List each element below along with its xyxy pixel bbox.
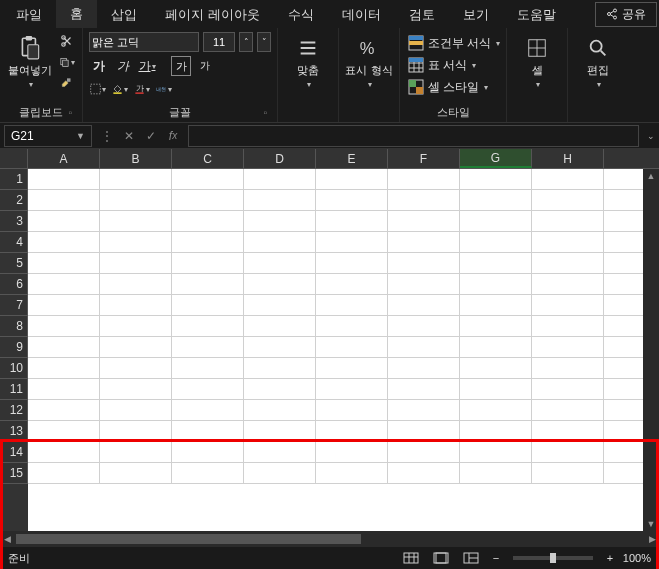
- tab-data[interactable]: 데이터: [328, 0, 395, 29]
- cancel-formula-button[interactable]: ✕: [118, 125, 140, 147]
- tab-formulas[interactable]: 수식: [274, 0, 328, 29]
- tab-home[interactable]: 홈: [56, 0, 97, 30]
- cell-G1[interactable]: [460, 169, 532, 190]
- cell-E10[interactable]: [316, 358, 388, 379]
- enter-formula-button[interactable]: ✓: [140, 125, 162, 147]
- paste-button[interactable]: 붙여넣기▾: [6, 32, 54, 90]
- cell-F11[interactable]: [388, 379, 460, 400]
- cell-G2[interactable]: [460, 190, 532, 211]
- cell-A2[interactable]: [28, 190, 100, 211]
- table-format-button[interactable]: 표 서식▾: [408, 54, 500, 76]
- name-box[interactable]: G21 ▼: [4, 125, 92, 147]
- cell-F14[interactable]: [388, 442, 460, 463]
- cell-H11[interactable]: [532, 379, 604, 400]
- cell-G7[interactable]: [460, 295, 532, 316]
- tab-insert[interactable]: 삽입: [97, 0, 151, 29]
- increase-font-button[interactable]: ˄: [239, 32, 253, 52]
- row-header-1[interactable]: 1: [0, 169, 28, 190]
- row-header-8[interactable]: 8: [0, 316, 28, 337]
- cell-D14[interactable]: [244, 442, 316, 463]
- tab-help[interactable]: 도움말: [503, 0, 570, 29]
- cell-style-button[interactable]: 셀 스타일▾: [408, 76, 500, 98]
- zoom-out-button[interactable]: −: [489, 552, 503, 564]
- cells-button[interactable]: 셀▾: [513, 32, 561, 90]
- column-header-F[interactable]: F: [388, 149, 460, 168]
- cell-G12[interactable]: [460, 400, 532, 421]
- cell-E12[interactable]: [316, 400, 388, 421]
- row-header-7[interactable]: 7: [0, 295, 28, 316]
- cell-D4[interactable]: [244, 232, 316, 253]
- tab-file[interactable]: 파일: [2, 0, 56, 29]
- shrink-font-button[interactable]: 가: [195, 56, 215, 76]
- cell-F1[interactable]: [388, 169, 460, 190]
- share-button[interactable]: 공유: [595, 2, 657, 27]
- cell-B14[interactable]: [100, 442, 172, 463]
- cell-E13[interactable]: [316, 421, 388, 442]
- phonetic-button[interactable]: 내천▾: [155, 80, 173, 98]
- cell-A4[interactable]: [28, 232, 100, 253]
- cell-E9[interactable]: [316, 337, 388, 358]
- cell-F7[interactable]: [388, 295, 460, 316]
- cell-F8[interactable]: [388, 316, 460, 337]
- cell-D10[interactable]: [244, 358, 316, 379]
- cell-G14[interactable]: [460, 442, 532, 463]
- cell-A6[interactable]: [28, 274, 100, 295]
- row-header-4[interactable]: 4: [0, 232, 28, 253]
- column-header-D[interactable]: D: [244, 149, 316, 168]
- cell-D9[interactable]: [244, 337, 316, 358]
- italic-button[interactable]: 가: [113, 56, 133, 76]
- cell-G5[interactable]: [460, 253, 532, 274]
- page-layout-view-button[interactable]: [429, 549, 453, 567]
- zoom-in-button[interactable]: +: [603, 552, 617, 564]
- cell-A7[interactable]: [28, 295, 100, 316]
- row-header-11[interactable]: 11: [0, 379, 28, 400]
- row-header-9[interactable]: 9: [0, 337, 28, 358]
- cell-H8[interactable]: [532, 316, 604, 337]
- cell-D3[interactable]: [244, 211, 316, 232]
- tab-view[interactable]: 보기: [449, 0, 503, 29]
- zoom-level[interactable]: 100%: [623, 552, 651, 564]
- cell-G11[interactable]: [460, 379, 532, 400]
- scroll-right-arrow[interactable]: ▶: [645, 534, 659, 544]
- cell-C8[interactable]: [172, 316, 244, 337]
- cell-H4[interactable]: [532, 232, 604, 253]
- cell-F4[interactable]: [388, 232, 460, 253]
- font-name-select[interactable]: [89, 32, 199, 52]
- zoom-slider[interactable]: [513, 556, 593, 560]
- row-header-3[interactable]: 3: [0, 211, 28, 232]
- cell-G15[interactable]: [460, 463, 532, 484]
- cell-C3[interactable]: [172, 211, 244, 232]
- vertical-scrollbar[interactable]: ▲ ▼: [643, 169, 659, 531]
- cell-E5[interactable]: [316, 253, 388, 274]
- row-header-10[interactable]: 10: [0, 358, 28, 379]
- cell-B5[interactable]: [100, 253, 172, 274]
- cell-C9[interactable]: [172, 337, 244, 358]
- column-header-B[interactable]: B: [100, 149, 172, 168]
- cell-C1[interactable]: [172, 169, 244, 190]
- scroll-down-arrow[interactable]: ▼: [643, 517, 659, 531]
- scroll-left-arrow[interactable]: ◀: [0, 534, 14, 544]
- column-header-C[interactable]: C: [172, 149, 244, 168]
- cell-B7[interactable]: [100, 295, 172, 316]
- cell-A11[interactable]: [28, 379, 100, 400]
- cell-A1[interactable]: [28, 169, 100, 190]
- cell-A10[interactable]: [28, 358, 100, 379]
- cell-B9[interactable]: [100, 337, 172, 358]
- cell-G8[interactable]: [460, 316, 532, 337]
- cell-H6[interactable]: [532, 274, 604, 295]
- font-launcher[interactable]: ▫: [263, 107, 267, 118]
- column-header-E[interactable]: E: [316, 149, 388, 168]
- number-format-button[interactable]: % 표시 형식▾: [345, 32, 393, 90]
- cell-D11[interactable]: [244, 379, 316, 400]
- row-header-15[interactable]: 15: [0, 463, 28, 484]
- cell-B8[interactable]: [100, 316, 172, 337]
- cell-B15[interactable]: [100, 463, 172, 484]
- cell-A13[interactable]: [28, 421, 100, 442]
- cell-F12[interactable]: [388, 400, 460, 421]
- cell-C14[interactable]: [172, 442, 244, 463]
- cell-H3[interactable]: [532, 211, 604, 232]
- cell-F15[interactable]: [388, 463, 460, 484]
- cell-F13[interactable]: [388, 421, 460, 442]
- cell-E8[interactable]: [316, 316, 388, 337]
- page-break-view-button[interactable]: [459, 549, 483, 567]
